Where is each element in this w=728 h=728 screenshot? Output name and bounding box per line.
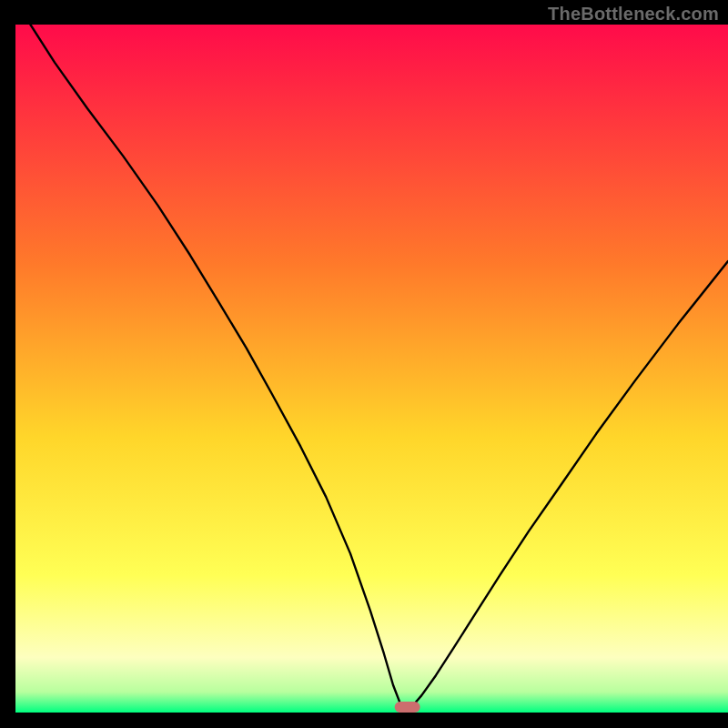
chart-container: TheBottleneck.com	[0, 0, 728, 728]
plot-background-gradient	[15, 25, 728, 713]
bottleneck-chart	[0, 0, 728, 728]
optimal-zone-marker	[395, 702, 420, 713]
